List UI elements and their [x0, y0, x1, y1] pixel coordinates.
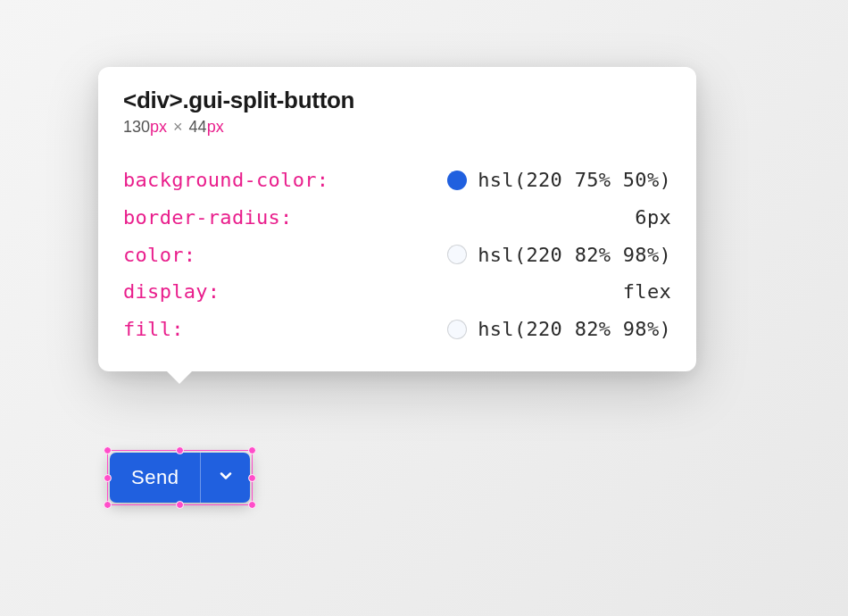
css-property-value: hsl(220 75% 50%) — [478, 162, 671, 199]
send-button[interactable]: Send — [110, 453, 200, 503]
css-property-row: display: flex — [123, 273, 671, 311]
css-property-row: color: hsl(220 82% 98%) — [123, 237, 671, 274]
dimension-separator: × — [173, 118, 183, 136]
chevron-down-icon — [217, 467, 235, 488]
height-unit: px — [207, 118, 224, 136]
css-property-row: border-radius: 6px — [123, 199, 671, 237]
height-value: 44 — [189, 118, 207, 136]
css-property-value: flex — [623, 273, 671, 311]
element-selector-title: <div>.gui-split-button — [123, 87, 671, 114]
element-dimensions: 130px × 44px — [123, 118, 671, 137]
split-button-selection-wrap: Send — [110, 453, 250, 503]
css-property-value: hsl(220 82% 98%) — [478, 237, 671, 274]
color-swatch-icon — [447, 245, 467, 264]
css-property-name: fill — [123, 318, 171, 340]
width-unit: px — [150, 118, 167, 136]
css-property-value: hsl(220 82% 98%) — [478, 311, 671, 348]
element-tag: <div> — [123, 87, 182, 113]
css-property-name: color — [123, 244, 184, 266]
gui-split-button[interactable]: Send — [110, 453, 250, 503]
css-property-row: background-color: hsl(220 75% 50%) — [123, 162, 671, 199]
split-button-dropdown-toggle[interactable] — [200, 453, 250, 503]
selection-handle-icon[interactable] — [104, 501, 112, 509]
css-property-name: background-color — [123, 169, 317, 191]
width-value: 130 — [123, 118, 150, 136]
color-swatch-icon — [447, 171, 467, 190]
tooltip-arrow-icon — [166, 370, 193, 384]
send-button-label: Send — [131, 466, 179, 489]
element-class: .gui-split-button — [182, 87, 354, 113]
css-property-name: border-radius — [123, 206, 280, 229]
css-property-row: fill: hsl(220 82% 98%) — [123, 311, 671, 348]
selection-handle-icon[interactable] — [248, 446, 256, 454]
color-swatch-icon — [447, 320, 467, 339]
selection-handle-icon[interactable] — [104, 446, 112, 454]
css-property-name: display — [123, 280, 208, 303]
css-properties-table: background-color: hsl(220 75% 50%) borde… — [123, 162, 671, 348]
selection-handle-icon[interactable] — [248, 501, 256, 509]
css-property-value: 6px — [635, 199, 671, 237]
devtools-element-tooltip: <div>.gui-split-button 130px × 44px back… — [98, 67, 696, 371]
